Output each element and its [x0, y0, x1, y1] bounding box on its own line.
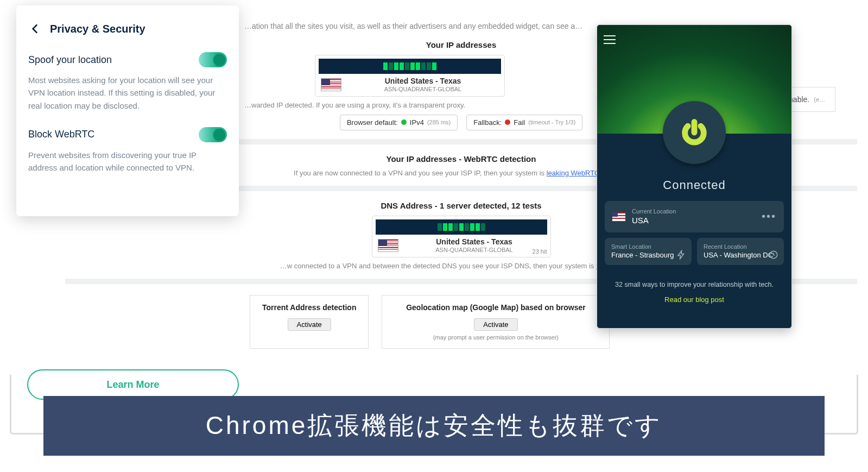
- hamburger-menu-icon[interactable]: [604, 33, 616, 47]
- geo-activate-button[interactable]: Activate: [474, 318, 517, 331]
- recent-location-label: Recent Location: [704, 243, 777, 250]
- us-flag-icon: [321, 78, 341, 91]
- geolocation-card: Geolocation map (Google Map) based on br…: [382, 295, 610, 349]
- dns-hit: 23 hit: [533, 248, 547, 255]
- block-webrtc-title: Block WebRTC: [28, 129, 94, 140]
- ip-card: United States - Texas ASN-QUADRANET-GLOB…: [315, 55, 505, 97]
- dns-card: United States - Texas ASN-QUADRANET-GLOB…: [372, 216, 551, 257]
- geo-hint: (may prompt a user permission on the bro…: [394, 334, 597, 341]
- value: Fail: [514, 118, 525, 127]
- privacy-security-panel: Privacy & Security Spoof your location M…: [16, 5, 239, 216]
- connection-status: Connected: [597, 178, 791, 192]
- dns-location: United States - Texas: [404, 237, 545, 247]
- status-dot-red: [505, 119, 510, 125]
- bolt-icon: [676, 250, 686, 260]
- ip-asn: ASN-QUADRANET-GLOBAL: [347, 86, 499, 93]
- browser-default-pill: Browser default: IPv4 (285 ms): [340, 115, 458, 130]
- label: Browser default:: [347, 118, 398, 127]
- caption-bar: Chrome拡張機能は安全性も抜群です: [43, 396, 825, 456]
- current-location-label: Current Location: [632, 207, 755, 215]
- dns-asn: ASN-QUADRANET-GLOBAL: [404, 247, 545, 254]
- block-webrtc-toggle[interactable]: [199, 127, 227, 142]
- ip-location: United States - Texas: [347, 77, 499, 86]
- current-location-card[interactable]: Current Location USA •••: [605, 201, 784, 232]
- vpn-app-panel: Connected Current Location USA ••• Smart…: [597, 24, 792, 329]
- ip-bar: [376, 219, 547, 235]
- geo-title: Geolocation map (Google Map) based on br…: [394, 303, 597, 312]
- extra: (timeout - Try 1/3): [528, 119, 575, 125]
- torrent-card: Torrent Address detection Activate: [250, 295, 369, 349]
- spoof-location-desc: Most websites asking for your location w…: [28, 74, 227, 112]
- learn-more-button[interactable]: Learn More: [27, 369, 239, 400]
- recent-location-value: USA - Washington DC: [704, 251, 777, 260]
- fallback-pill: Fallback: Fail (timeout - Try 1/3): [466, 115, 582, 130]
- smart-location-value: France - Strasbourg: [611, 251, 685, 260]
- latency: (285 ms): [427, 119, 451, 125]
- ip-bar: [319, 59, 501, 74]
- value: IPv4: [410, 118, 424, 127]
- label: Fallback:: [473, 118, 502, 127]
- blog-link[interactable]: Read our blog post: [597, 295, 791, 304]
- clock-icon: [769, 250, 778, 260]
- spoof-location-title: Spoof your location: [28, 54, 112, 66]
- block-webrtc-desc: Prevent websites from discovering your t…: [28, 149, 227, 174]
- status-dot-green: [401, 119, 407, 125]
- power-icon: [680, 118, 708, 147]
- panel-title: Privacy & Security: [50, 23, 145, 35]
- smart-location-label: Smart Location: [611, 243, 685, 250]
- us-flag-icon: [378, 239, 398, 252]
- torrent-title: Torrent Address detection: [262, 303, 356, 312]
- spoof-location-toggle[interactable]: [199, 52, 227, 67]
- current-location-value: USA: [632, 215, 755, 226]
- us-flag-icon: [612, 212, 625, 221]
- smart-location-chip[interactable]: Smart Location France - Strasbourg: [605, 238, 692, 265]
- more-icon[interactable]: •••: [762, 210, 776, 223]
- vpn-footer-text: 32 small ways to improve your relationsh…: [597, 280, 791, 290]
- torrent-activate-button[interactable]: Activate: [288, 318, 331, 331]
- power-button[interactable]: [663, 101, 726, 164]
- recent-location-chip[interactable]: Recent Location USA - Washington DC: [697, 238, 784, 265]
- back-arrow-icon[interactable]: [28, 22, 42, 36]
